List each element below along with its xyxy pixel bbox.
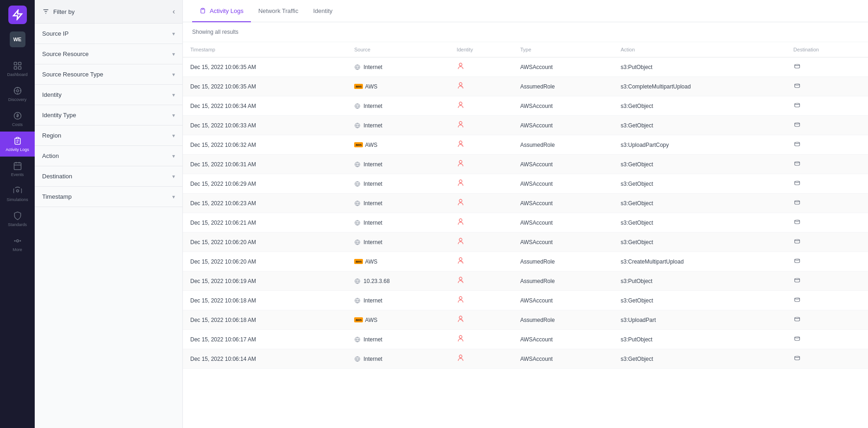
sidebar-item-standards[interactable]: Standards <box>0 207 35 232</box>
bucket-icon <box>793 257 801 264</box>
chevron-down-icon: ▾ <box>172 92 175 98</box>
source-text: Internet <box>363 122 382 129</box>
table-row[interactable]: Dec 15, 2022 10:06:34 AMInternetAWSAccou… <box>183 96 868 116</box>
source-text: Internet <box>363 181 382 187</box>
tab-network-traffic[interactable]: Network Traffic <box>251 0 306 22</box>
cell-type: AWSAccount <box>513 155 613 174</box>
user-avatar[interactable]: WE <box>10 31 25 47</box>
cell-action: s3:PutObject <box>613 271 786 291</box>
cell-identity <box>449 233 512 252</box>
filter-item-identity-type[interactable]: Identity Type ▾ <box>35 105 182 126</box>
app-logo[interactable] <box>8 6 27 24</box>
bucket-icon <box>793 101 801 109</box>
table-row[interactable]: Dec 15, 2022 10:06:18 AM aws AWS Assumed… <box>183 310 868 330</box>
cell-source: 10.23.3.68 <box>347 271 449 291</box>
filter-item-source-ip[interactable]: Source IP ▾ <box>35 24 182 44</box>
cell-type: AWSAccount <box>513 233 613 252</box>
svg-point-21 <box>20 240 21 241</box>
filter-item-source-resource[interactable]: Source Resource ▾ <box>35 44 182 64</box>
cell-timestamp: Dec 15, 2022 10:06:32 AM <box>183 135 347 155</box>
cell-source: Internet <box>347 233 449 252</box>
main-content: Activity Logs Network Traffic Identity S… <box>183 0 868 428</box>
cell-source: aws AWS <box>347 310 449 330</box>
identity-user-icon <box>456 354 465 362</box>
sidebar-simulations-label: Simulations <box>6 197 28 202</box>
sidebar-standards-label: Standards <box>8 222 27 227</box>
cell-source: Internet <box>347 116 449 135</box>
source-text: Internet <box>363 356 382 362</box>
table-row[interactable]: Dec 15, 2022 10:06:35 AM aws AWS Assumed… <box>183 77 868 96</box>
filter-timestamp-label: Timestamp <box>42 193 72 200</box>
globe-icon <box>354 161 361 168</box>
table-row[interactable]: Dec 15, 2022 10:06:32 AM aws AWS Assumed… <box>183 135 868 155</box>
tab-activity-logs[interactable]: Activity Logs <box>192 0 251 22</box>
cell-timestamp: Dec 15, 2022 10:06:20 AM <box>183 233 347 252</box>
bucket-icon <box>793 179 801 187</box>
cell-identity <box>449 57 512 77</box>
table-row[interactable]: Dec 15, 2022 10:06:29 AMInternetAWSAccou… <box>183 174 868 194</box>
cell-destination <box>786 174 868 194</box>
svg-point-19 <box>16 190 19 192</box>
filter-region-label: Region <box>42 132 61 139</box>
cell-type: AWSAccount <box>513 291 613 310</box>
filter-collapse-button[interactable]: ‹ <box>173 7 175 16</box>
globe-icon <box>354 181 361 187</box>
filter-header: Filter by ‹ <box>35 0 182 24</box>
table-row[interactable]: Dec 15, 2022 10:06:19 AM10.23.3.68Assume… <box>183 271 868 291</box>
table-row[interactable]: Dec 15, 2022 10:06:21 AMInternetAWSAccou… <box>183 213 868 233</box>
cell-destination <box>786 233 868 252</box>
cell-source: Internet <box>347 174 449 194</box>
cell-type: AssumedRole <box>513 310 613 330</box>
bucket-icon <box>793 63 801 70</box>
cell-source: Internet <box>347 349 449 369</box>
cell-destination <box>786 77 868 96</box>
sidebar-item-costs[interactable]: Costs <box>0 107 35 132</box>
col-timestamp: Timestamp <box>183 42 347 57</box>
sidebar-item-simulations[interactable]: Simulations <box>0 182 35 207</box>
table-row[interactable]: Dec 15, 2022 10:06:23 AMInternetAWSAccou… <box>183 194 868 213</box>
filter-item-action[interactable]: Action ▾ <box>35 146 182 166</box>
identity-role-icon <box>456 82 465 90</box>
cell-type: AWSAccount <box>513 174 613 194</box>
filter-item-region[interactable]: Region ▾ <box>35 126 182 146</box>
cell-action: s3:PutObject <box>613 330 786 349</box>
source-text: Internet <box>363 64 382 70</box>
filter-item-timestamp[interactable]: Timestamp ▾ <box>35 187 182 207</box>
cell-destination <box>786 155 868 174</box>
table-row[interactable]: Dec 15, 2022 10:06:20 AMInternetAWSAccou… <box>183 233 868 252</box>
sidebar-item-discovery[interactable]: Discovery <box>0 82 35 107</box>
cell-timestamp: Dec 15, 2022 10:06:19 AM <box>183 271 347 291</box>
globe-icon <box>354 200 361 207</box>
svg-point-66 <box>459 355 462 358</box>
svg-rect-2 <box>18 63 21 65</box>
table-row[interactable]: Dec 15, 2022 10:06:33 AMInternetAWSAccou… <box>183 116 868 135</box>
svg-point-52 <box>459 238 462 241</box>
filter-item-identity[interactable]: Identity ▾ <box>35 85 182 105</box>
identity-role-icon <box>456 257 465 265</box>
globe-icon <box>354 103 361 109</box>
chevron-down-icon: ▾ <box>172 31 175 37</box>
table-row[interactable]: Dec 15, 2022 10:06:14 AMInternetAWSAccou… <box>183 349 868 369</box>
table-row[interactable]: Dec 15, 2022 10:06:20 AM aws AWS Assumed… <box>183 252 868 271</box>
top-tabs: Activity Logs Network Traffic Identity <box>183 0 868 22</box>
sidebar-item-events[interactable]: Events <box>0 157 35 182</box>
sidebar-item-more[interactable]: More <box>0 232 35 257</box>
cell-timestamp: Dec 15, 2022 10:06:18 AM <box>183 310 347 330</box>
tab-activity-logs-label: Activity Logs <box>210 7 244 14</box>
tab-identity[interactable]: Identity <box>306 0 340 22</box>
filter-item-source-resource-type[interactable]: Source Resource Type ▾ <box>35 64 182 85</box>
activity-logs-table: Timestamp Source Identity Type Action De… <box>183 42 868 369</box>
filter-identity-type-label: Identity Type <box>42 112 76 119</box>
filter-item-destination[interactable]: Destination ▾ <box>35 166 182 187</box>
table-row[interactable]: Dec 15, 2022 10:06:18 AMInternetAWSAccou… <box>183 291 868 310</box>
globe-icon <box>354 336 361 343</box>
table-row[interactable]: Dec 15, 2022 10:06:31 AMInternetAWSAccou… <box>183 155 868 174</box>
sidebar-item-dashboard[interactable]: Dashboard <box>0 57 35 82</box>
cell-action: s3:GetObject <box>613 291 786 310</box>
sidebar-item-activity-logs[interactable]: Activity Logs <box>0 132 35 157</box>
table-row[interactable]: Dec 15, 2022 10:06:17 AMInternetAWSAccou… <box>183 330 868 349</box>
cell-identity <box>449 291 512 310</box>
table-row[interactable]: Dec 15, 2022 10:06:35 AMInternetAWSAccou… <box>183 57 868 77</box>
aws-source-icon: aws AWS <box>354 142 377 148</box>
table-body: Dec 15, 2022 10:06:35 AMInternetAWSAccou… <box>183 57 868 369</box>
